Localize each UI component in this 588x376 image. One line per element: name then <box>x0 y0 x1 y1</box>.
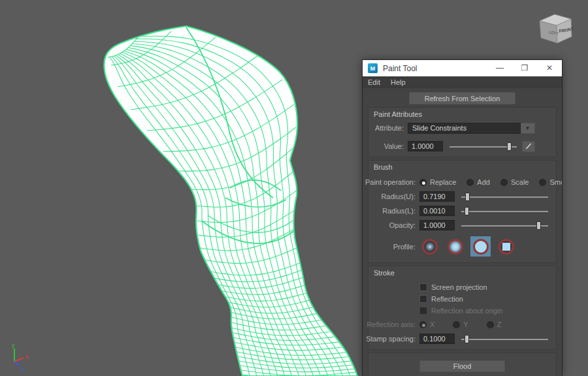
z-axis-line <box>14 362 20 366</box>
radius-l-input[interactable] <box>419 206 455 216</box>
minimize-icon[interactable]: — <box>487 60 512 76</box>
opacity-input[interactable] <box>419 220 455 230</box>
value-slider[interactable] <box>449 142 517 151</box>
checkbox-row-screen-projection[interactable]: Screen projection <box>419 282 551 292</box>
radius-u-slider[interactable] <box>461 193 548 201</box>
z-axis-label: z <box>22 366 25 373</box>
menu-edit[interactable]: Edit <box>363 78 385 86</box>
stamp-spacing-slider-handle[interactable] <box>465 335 469 343</box>
paint-attributes-header[interactable]: Paint Attributes <box>374 110 551 119</box>
profile-soft-button[interactable] <box>445 236 465 257</box>
maya-app-icon: M <box>368 63 378 73</box>
maya-application: LEFT FRONT y x z M Paint Tool — ❐ ✕ Edit… <box>0 0 588 376</box>
stamp-spacing-input[interactable] <box>419 334 455 344</box>
radio-icon[interactable] <box>466 179 474 186</box>
checkbox-icon <box>419 307 427 315</box>
paint-operation-radio-group: ReplaceAddScaleSmooth <box>419 178 562 186</box>
paint-operation-scale[interactable]: Scale <box>500 178 529 186</box>
x-axis-label: x <box>25 353 29 360</box>
pencil-icon[interactable] <box>522 141 535 152</box>
title-bar[interactable]: M Paint Tool — ❐ ✕ <box>363 60 562 76</box>
attribute-dropdown[interactable]: Slide Constraints ▼ <box>408 123 535 134</box>
paint-operation-replace[interactable]: Replace <box>419 178 456 186</box>
radius-u-input[interactable] <box>419 191 455 202</box>
brush-header[interactable]: Brush <box>374 163 551 172</box>
stroke-group: Stroke Screen projectionReflectionReflec… <box>368 266 557 350</box>
checkbox-icon[interactable] <box>419 295 427 303</box>
flood-group: Flood <box>368 352 557 376</box>
opacity-slider-handle[interactable] <box>536 221 541 230</box>
stamp-spacing-slider[interactable] <box>461 335 548 343</box>
y-axis-label: y <box>12 342 15 349</box>
reflection-axis-x: X <box>419 321 434 328</box>
radius-l-label: Radius(L): <box>374 207 416 215</box>
brush-profile-buttons <box>419 236 516 257</box>
profile-solid-button[interactable] <box>470 236 491 257</box>
stroke-header[interactable]: Stroke <box>374 269 551 277</box>
close-icon[interactable]: ✕ <box>537 60 562 76</box>
value-slider-handle[interactable] <box>507 142 512 151</box>
maximize-icon[interactable]: ❐ <box>512 60 537 76</box>
view-cube-shape[interactable]: LEFT FRONT <box>540 14 574 43</box>
attribute-label: Attribute: <box>374 124 404 132</box>
brush-group: Brush Paint operation: ReplaceAddScaleSm… <box>368 160 557 263</box>
radio-icon[interactable] <box>419 179 427 186</box>
reflection-axis-y: Y <box>453 321 468 328</box>
radio-icon[interactable] <box>539 179 546 186</box>
paint-operation-label: Paint operation: <box>374 178 416 186</box>
radius-l-slider-handle[interactable] <box>465 207 469 215</box>
radio-icon[interactable] <box>500 179 508 186</box>
radius-u-slider-handle[interactable] <box>465 193 470 201</box>
reflection-axis-z: Z <box>487 321 502 328</box>
opacity-slider[interactable] <box>461 221 548 230</box>
paint-attributes-group: Paint Attributes Attribute: Slide Constr… <box>368 107 557 157</box>
x-axis-line <box>14 358 24 362</box>
profile-gaussian-button[interactable] <box>419 236 440 257</box>
stroke-checkboxes: Screen projectionReflectionReflection ab… <box>374 282 551 316</box>
checkbox-row-reflection-about-origin: Reflection about origin <box>419 306 551 316</box>
opacity-label: Opacity: <box>374 221 416 229</box>
menu-help[interactable]: Help <box>385 78 411 86</box>
radio-icon <box>453 321 460 328</box>
window-title: Paint Tool <box>383 64 487 73</box>
value-input[interactable] <box>408 141 443 151</box>
profile-square-button[interactable] <box>496 236 516 257</box>
view-cube[interactable]: LEFT FRONT <box>532 8 579 56</box>
checkbox-icon[interactable] <box>419 283 427 291</box>
profile-label: Profile: <box>374 243 416 251</box>
paint-operation-add[interactable]: Add <box>466 178 490 186</box>
axis-gizmo: y x z <box>4 341 43 375</box>
menu-bar: Edit Help <box>363 76 562 88</box>
paint-tool-window: M Paint Tool — ❐ ✕ Edit Help Refresh Fro… <box>363 60 562 376</box>
radius-l-slider[interactable] <box>461 207 548 215</box>
value-label: Value: <box>374 142 404 150</box>
chevron-down-icon[interactable]: ▼ <box>521 123 535 134</box>
radio-icon <box>419 321 427 328</box>
attribute-dropdown-value[interactable]: Slide Constraints <box>408 123 521 134</box>
checkbox-row-reflection[interactable]: Reflection <box>419 294 551 304</box>
paint-operation-smooth[interactable]: Smooth <box>539 178 562 186</box>
flood-button[interactable]: Flood <box>419 360 505 372</box>
refresh-from-selection-button[interactable]: Refresh From Selection <box>409 92 515 104</box>
radio-icon <box>487 321 494 328</box>
radius-u-label: Radius(U): <box>374 193 416 200</box>
reflection-axis-radio-group: XYZ <box>419 321 519 328</box>
reflection-axis-label: Reflection axis: <box>374 321 416 328</box>
stamp-spacing-label: Stamp spacing: <box>374 335 416 343</box>
